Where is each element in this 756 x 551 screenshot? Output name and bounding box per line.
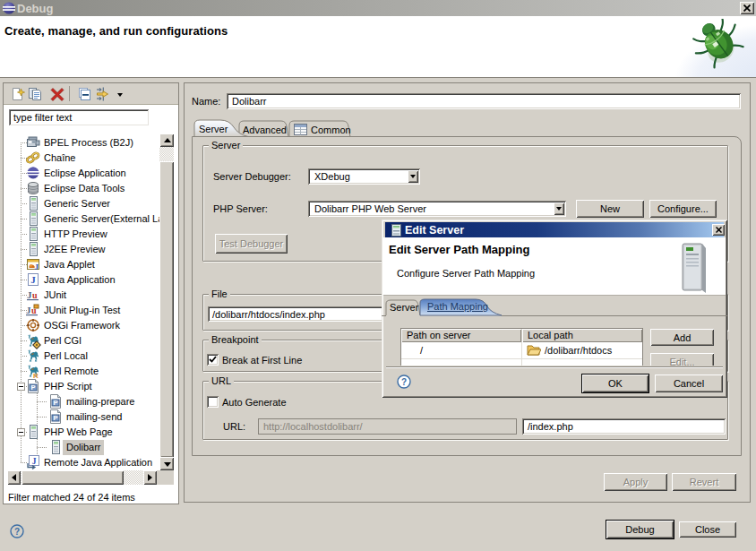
svg-text:?: ? [401,377,407,387]
svg-text:?: ? [14,527,20,537]
svg-text:R: R [33,372,39,379]
